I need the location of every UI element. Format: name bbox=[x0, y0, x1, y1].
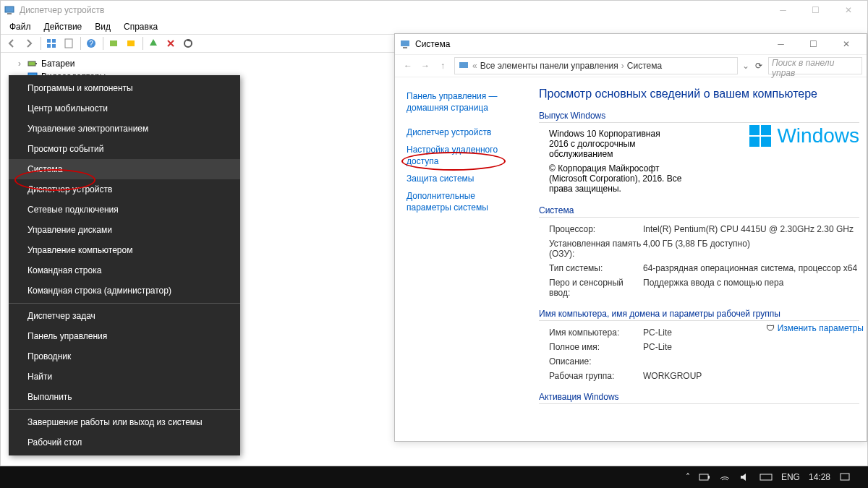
crumb[interactable]: Все элементы панели управления bbox=[480, 61, 618, 71]
nav-protection[interactable]: Защита системы bbox=[407, 170, 522, 187]
ctx-item[interactable]: Завершение работы или выход из системы bbox=[9, 412, 240, 432]
svg-rect-1 bbox=[7, 13, 12, 14]
ctx-item[interactable]: Выполнить bbox=[9, 387, 240, 407]
tree-label: Батареи bbox=[41, 59, 75, 69]
ctx-item[interactable]: Диспетчер задач bbox=[9, 306, 240, 326]
properties-icon[interactable] bbox=[61, 35, 77, 51]
scan-icon[interactable] bbox=[106, 35, 122, 51]
breadcrumb[interactable]: « Все элементы панели управления › Систе… bbox=[454, 57, 738, 74]
row-label: Имя компьютера: bbox=[549, 328, 643, 338]
svg-rect-10 bbox=[127, 40, 135, 46]
minimize-button[interactable]: ─ bbox=[765, 34, 797, 54]
ctx-item[interactable]: Командная строка bbox=[9, 260, 240, 281]
page-title: Просмотр основных сведений о вашем компь… bbox=[539, 87, 859, 100]
sys-titlebar[interactable]: Система ─ ☐ ✕ bbox=[395, 34, 867, 54]
menu-help[interactable]: Справка bbox=[118, 20, 163, 33]
row-label: Установленная память (ОЗУ): bbox=[549, 239, 643, 259]
search-input[interactable]: Поиск в панели управ bbox=[768, 57, 862, 74]
nav-home[interactable]: Панель управления — домашняя страница bbox=[407, 87, 522, 116]
enable-icon[interactable] bbox=[145, 35, 161, 51]
sys-main: Просмотр основных сведений о вашем компь… bbox=[529, 77, 867, 442]
dropdown-icon[interactable]: ⌄ bbox=[741, 61, 751, 71]
nav-advanced[interactable]: Дополнительные параметры системы bbox=[407, 187, 522, 216]
crumb[interactable]: Система bbox=[627, 61, 662, 71]
svg-rect-2 bbox=[47, 39, 51, 43]
close-button[interactable]: ✕ bbox=[832, 1, 864, 20]
ctx-item[interactable]: Управление дисками bbox=[9, 220, 240, 240]
group-system-title: Система bbox=[539, 205, 859, 218]
ctx-item[interactable]: Найти bbox=[9, 367, 240, 387]
refresh-icon[interactable]: ⟳ bbox=[754, 61, 764, 71]
tray-keyboard-icon[interactable] bbox=[755, 473, 777, 481]
row-label: Описание: bbox=[549, 356, 643, 367]
group-edition-title: Выпуск Windows bbox=[539, 111, 859, 123]
info-row: Тип системы:64-разрядная операционная си… bbox=[539, 261, 859, 275]
ctx-item[interactable]: Управление электропитанием bbox=[9, 119, 240, 139]
edition-line: Windows 10 Корпоративная 2016 с долгосро… bbox=[549, 127, 679, 160]
taskbar[interactable]: ˄ ENG 14:28 bbox=[0, 466, 868, 488]
ctx-item[interactable]: Центр мобильности bbox=[9, 98, 240, 119]
sys-title: Система bbox=[415, 39, 450, 49]
ctx-item[interactable]: Диспетчер устройств bbox=[9, 179, 240, 200]
update-icon[interactable] bbox=[123, 35, 139, 51]
tray-language[interactable]: ENG bbox=[777, 472, 804, 482]
row-label: Полное имя: bbox=[549, 342, 643, 352]
tray-notifications-icon[interactable] bbox=[835, 472, 855, 482]
tray-battery-icon[interactable] bbox=[694, 473, 715, 481]
ctx-item[interactable]: Сетевые подключения bbox=[9, 200, 240, 220]
group-name-title: Имя компьютера, имя домена и параметры р… bbox=[539, 309, 859, 321]
help-icon[interactable]: ? bbox=[83, 35, 99, 51]
menu-action[interactable]: Действие bbox=[38, 20, 88, 33]
ctx-item[interactable]: Просмотр событий bbox=[9, 139, 240, 159]
control-panel-icon bbox=[458, 60, 469, 72]
svg-rect-9 bbox=[110, 40, 117, 46]
tray-chevron-up-icon[interactable]: ˄ bbox=[681, 472, 694, 482]
ctx-item[interactable]: Панель управления bbox=[9, 326, 240, 346]
refresh-icon[interactable] bbox=[180, 35, 196, 51]
forward-icon[interactable]: → bbox=[417, 61, 434, 71]
ctx-item[interactable]: Командная строка (администратор) bbox=[9, 281, 240, 301]
winx-context-menu: Программы и компонентыЦентр мобильностиУ… bbox=[9, 75, 240, 455]
address-bar: ← → ↑ « Все элементы панели управления ›… bbox=[395, 54, 867, 77]
info-row: Полное имя:PC-Lite bbox=[539, 340, 859, 354]
minimize-button[interactable]: ─ bbox=[767, 1, 799, 20]
svg-rect-17 bbox=[459, 62, 468, 68]
up-icon[interactable]: ↑ bbox=[434, 61, 451, 71]
ctx-item[interactable]: Программы и компоненты bbox=[9, 78, 240, 98]
nav-device-manager[interactable]: Диспетчер устройств bbox=[407, 124, 522, 141]
row-value: 4,00 ГБ (3,88 ГБ доступно) bbox=[643, 239, 859, 259]
expand-arrow-icon[interactable]: › bbox=[15, 59, 24, 69]
change-settings-link[interactable]: Изменить параметры bbox=[778, 323, 864, 333]
grid-icon[interactable] bbox=[43, 35, 59, 51]
forward-icon[interactable] bbox=[21, 35, 37, 51]
info-row: Рабочая группа:WORKGROUP bbox=[539, 369, 859, 383]
group-activation-title: Активация Windows bbox=[539, 392, 859, 404]
menu-view[interactable]: Вид bbox=[89, 20, 116, 33]
maximize-button[interactable]: ☐ bbox=[797, 34, 830, 54]
maximize-button[interactable]: ☐ bbox=[799, 1, 832, 20]
dm-menubar: Файл Действие Вид Справка bbox=[1, 20, 867, 34]
svg-rect-20 bbox=[760, 474, 772, 480]
svg-rect-18 bbox=[699, 474, 708, 480]
back-icon[interactable] bbox=[4, 35, 20, 51]
menu-file[interactable]: Файл bbox=[4, 20, 37, 33]
close-button[interactable]: ✕ bbox=[830, 34, 862, 54]
tray-clock[interactable]: 14:28 bbox=[804, 472, 835, 482]
ctx-item[interactable]: Система bbox=[9, 159, 240, 179]
ctx-item[interactable]: Рабочий стол bbox=[9, 432, 240, 453]
control-panel-icon bbox=[399, 38, 411, 50]
svg-rect-13 bbox=[35, 63, 37, 64]
nav-remote[interactable]: Настройка удаленного доступа bbox=[407, 141, 522, 170]
svg-rect-21 bbox=[841, 474, 849, 480]
tray-volume-icon[interactable] bbox=[735, 473, 755, 481]
tray-wifi-icon[interactable] bbox=[715, 473, 735, 481]
back-icon[interactable]: ← bbox=[399, 61, 417, 71]
ctx-item[interactable]: Управление компьютером bbox=[9, 240, 240, 260]
svg-rect-0 bbox=[5, 7, 14, 12]
ctx-item[interactable]: Проводник bbox=[9, 346, 240, 367]
disable-icon[interactable] bbox=[163, 35, 179, 51]
info-row: Установленная память (ОЗУ):4,00 ГБ (3,88… bbox=[539, 236, 859, 261]
info-row: Процессор:Intel(R) Pentium(R) CPU 4415U … bbox=[539, 222, 859, 236]
dm-titlebar[interactable]: Диспетчер устройств ─ ☐ ✕ bbox=[1, 1, 867, 20]
svg-rect-16 bbox=[403, 47, 407, 48]
